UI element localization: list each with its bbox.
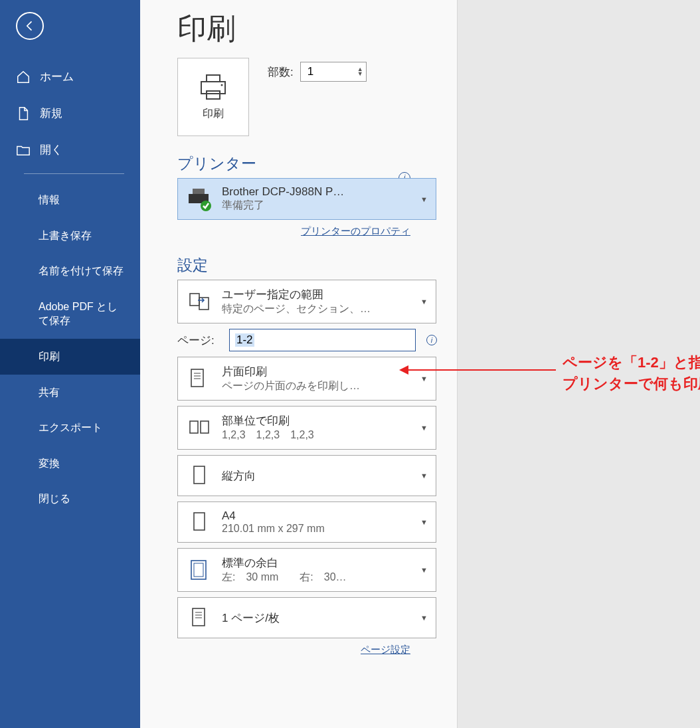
chevron-down-icon: ▼ [420, 472, 428, 480]
nav-saveas[interactable]: 名前を付けて保存 [0, 253, 140, 289]
single-side-icon [186, 365, 213, 392]
chevron-down-icon: ▼ [420, 518, 428, 526]
range-title: ユーザー指定の範囲 [222, 287, 415, 302]
nav-save[interactable]: 上書き保存 [0, 218, 140, 254]
collate-icon [186, 414, 213, 441]
range-subtitle: 特定のページ、セクション、… [222, 302, 415, 316]
pages-value: 1-2 [235, 333, 254, 347]
portrait-icon [186, 462, 213, 489]
page-setup-link[interactable]: ページ設定 [177, 644, 410, 656]
paper-icon [186, 509, 213, 535]
svg-rect-9 [191, 369, 203, 387]
svg-rect-2 [207, 91, 220, 99]
info-icon[interactable]: i [426, 335, 437, 345]
copies-input[interactable]: 1 ▲▼ [300, 62, 367, 82]
sidebar-separator [24, 173, 124, 174]
copies-spinner[interactable]: ▲▼ [357, 67, 363, 76]
chevron-down-icon: ▼ [420, 424, 428, 432]
svg-rect-19 [193, 608, 205, 626]
chevron-down-icon: ▼ [420, 195, 428, 203]
svg-rect-15 [194, 466, 205, 484]
nav-open[interactable]: 開く [0, 132, 140, 168]
margin-title: 標準の余白 [222, 555, 415, 571]
annotation-arrow-head [399, 365, 408, 375]
annotation-text: ページを「1-2」と指定しても プリンターで何も印刷されない [563, 352, 700, 395]
printer-properties-link[interactable]: プリンターのプロパティ [177, 225, 410, 238]
printer-name: Brother DCP-J988N P… [222, 185, 415, 199]
nav-label: ホーム [40, 69, 74, 84]
main-area: 印刷 印刷 部数: 1 ▲▼ プリンター i [140, 0, 700, 728]
page-title: 印刷 [177, 9, 437, 48]
paper-size-selector[interactable]: A4 210.01 mm x 297 mm ▼ [177, 501, 436, 543]
printer-section-title: プリンター [177, 153, 437, 174]
chevron-down-icon: ▼ [420, 298, 428, 306]
nav-info[interactable]: 情報 [0, 182, 140, 218]
nav-home[interactable]: ホーム [0, 58, 140, 95]
print-button[interactable]: 印刷 [177, 58, 249, 136]
pages-per-sheet-selector[interactable]: 1 ページ/枚 ▼ [177, 597, 436, 638]
svg-rect-14 [201, 421, 209, 433]
nav-close[interactable]: 閉じる [0, 481, 140, 517]
collate-selector[interactable]: 部単位で印刷 1,2,3 1,2,3 1,2,3 ▼ [177, 406, 436, 450]
chevron-down-icon: ▼ [420, 375, 428, 383]
svg-rect-5 [193, 189, 205, 194]
pages-icon [186, 288, 213, 315]
settings-section-title: 設定 [177, 255, 437, 276]
paper-title: A4 [222, 509, 415, 523]
chevron-down-icon: ▼ [420, 566, 428, 574]
collate-subtitle: 1,2,3 1,2,3 1,2,3 [222, 428, 415, 442]
svg-rect-8 [199, 298, 209, 310]
svg-rect-0 [201, 82, 225, 94]
print-settings-column: 印刷 印刷 部数: 1 ▲▼ プリンター i [140, 0, 458, 728]
nav-label: 新規 [40, 106, 62, 121]
pages-input[interactable]: 1-2 [229, 329, 416, 351]
sides-selector[interactable]: 片面印刷 ページの片面のみを印刷し… ▼ [177, 357, 436, 401]
annotation-arrow [403, 369, 556, 371]
nav-share[interactable]: 共有 [0, 375, 140, 410]
collate-title: 部単位で印刷 [222, 413, 415, 428]
nav-adobe-pdf[interactable]: Adobe PDF として保存 [0, 289, 140, 339]
svg-rect-7 [190, 294, 199, 306]
svg-rect-16 [194, 513, 205, 530]
pages-label: ページ: [177, 333, 222, 348]
printer-status-icon [186, 186, 213, 213]
margins-selector[interactable]: 標準の余白 左: 30 mm 右: 30… ▼ [177, 548, 436, 592]
side-title: 片面印刷 [222, 364, 415, 379]
orientation-selector[interactable]: 縦方向 ▼ [177, 455, 436, 496]
document-icon [16, 106, 31, 121]
copies-label: 部数: [268, 64, 294, 80]
printer-icon [197, 74, 229, 100]
nav-export[interactable]: エクスポート [0, 410, 140, 446]
nav-print[interactable]: 印刷 [0, 339, 140, 375]
side-subtitle: ページの片面のみを印刷し… [222, 379, 415, 393]
annotation-line2: プリンターで何も印刷されない [563, 373, 700, 395]
nav-label: 開く [40, 142, 62, 157]
perpage-title: 1 ページ/枚 [222, 610, 415, 626]
folder-icon [16, 143, 31, 157]
annotation-line1: ページを「1-2」と指定しても [563, 352, 700, 373]
chevron-down-icon: ▼ [420, 614, 428, 622]
pages-per-sheet-icon [186, 604, 213, 631]
svg-rect-13 [190, 421, 198, 433]
paper-subtitle: 210.01 mm x 297 mm [222, 523, 415, 535]
svg-point-3 [221, 84, 223, 86]
backstage-sidebar: ホーム 新規 開く 情報 上書き保存 名前を付けて保存 Adobe PDF とし… [0, 0, 140, 728]
back-button[interactable] [16, 12, 44, 40]
nav-new[interactable]: 新規 [0, 95, 140, 132]
copies-value: 1 [307, 65, 313, 78]
svg-rect-1 [207, 75, 220, 82]
print-button-label: 印刷 [203, 107, 224, 121]
nav-transform[interactable]: 変換 [0, 446, 140, 482]
margin-subtitle: 左: 30 mm 右: 30… [222, 571, 415, 585]
orientation-title: 縦方向 [222, 468, 415, 484]
home-icon [16, 70, 31, 84]
margins-icon [186, 557, 213, 583]
print-range-selector[interactable]: ユーザー指定の範囲 特定のページ、セクション、… ▼ [177, 280, 436, 323]
svg-rect-18 [194, 563, 203, 577]
printer-status: 準備完了 [222, 199, 415, 213]
printer-selector[interactable]: Brother DCP-J988N P… 準備完了 ▼ [177, 178, 436, 220]
